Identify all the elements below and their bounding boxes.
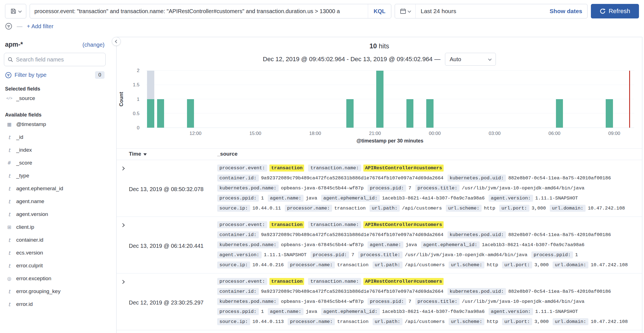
interval-select[interactable]: Auto [445, 53, 496, 66]
string-type-icon: t [5, 134, 13, 140]
field-value-pair: url.scheme:http [446, 205, 495, 212]
add-filter-button[interactable]: + Add filter [27, 23, 53, 30]
field-value-pair: kubernetes.pod.uid:882e8b07-0c54-11ea-8a… [448, 231, 611, 238]
source-type-icon: </> [5, 96, 13, 101]
field-value-pair: url.port:3,000 [502, 261, 549, 268]
sidebar-field-_score[interactable]: #_score [4, 156, 106, 169]
chevron-down-icon [488, 57, 492, 61]
field-value: http [487, 262, 498, 268]
sidebar-field-agent.ephemeral_id[interactable]: tagent.ephemeral_id [4, 182, 106, 195]
sidebar-field-@timestamp[interactable]: ▦@timestamp [4, 118, 106, 131]
field-value-pair: source.ip:10.44.0.11 [217, 205, 281, 212]
histogram-bar[interactable] [556, 99, 563, 128]
sidebar-field-error.culprit[interactable]: terror.culprit [4, 259, 106, 272]
selected-fields-list: </>_source [4, 92, 106, 105]
field-value-pair: processor.name:transaction [288, 261, 368, 268]
field-name-chip: agent.name: [368, 241, 403, 248]
field-name-chip: container.id: [217, 231, 259, 238]
query-input-box[interactable]: processor.event: "transaction" and trans… [30, 4, 391, 18]
refresh-label: Refresh [609, 8, 630, 15]
expand-row-button[interactable] [121, 279, 124, 285]
field-value-pair: source.ip:10.44.0.113 [217, 318, 284, 325]
sidebar-field-container.id[interactable]: tcontainer.id [4, 234, 106, 246]
histogram-bar[interactable] [406, 99, 414, 128]
histogram-chart: Count 00.511.52 12:0015:0018:0021:0000:0… [117, 71, 634, 144]
histogram-bar[interactable] [187, 99, 194, 128]
source-line: container.id:9a92372089c79b489ca472fca52… [217, 173, 637, 183]
query-input[interactable]: processor.event: "transaction" and trans… [30, 8, 368, 15]
sidebar-field-agent.name[interactable]: tagent.name [4, 195, 106, 208]
sidebar-field-_source[interactable]: </>_source [4, 92, 106, 105]
field-name: agent.version [16, 211, 48, 217]
field-name: _type [16, 173, 29, 179]
sidebar-field-client.ip[interactable]: ⊞client.ip [4, 221, 106, 234]
sidebar-field-ecs.version[interactable]: tecs.version [4, 246, 106, 259]
field-name: client.ip [16, 224, 34, 230]
string-type-icon: t [5, 211, 13, 217]
source-line: container.id:9a92372089c79b489ca472fca52… [217, 286, 637, 296]
field-value-pair: agent.name:java [268, 195, 317, 202]
date-type-icon: ▦ [5, 122, 13, 127]
histogram-bar[interactable] [157, 99, 164, 128]
filter-by-type-link[interactable]: Filter by type [15, 72, 46, 78]
collapse-sidebar-button[interactable] [112, 37, 121, 46]
time-range-subtitle: Dec 12, 2019 @ 09:45:02.964 - Dec 13, 20… [263, 56, 440, 63]
field-name: _score [16, 160, 32, 166]
field-value-pair: processor.name:transaction [285, 205, 366, 212]
field-value-pair: container.id:9a92372089c79b489ca472fca52… [217, 175, 444, 182]
sidebar-field-_type[interactable]: t_type [4, 169, 106, 182]
field-value: 1.11.1-SNAPSHOT [535, 196, 578, 201]
sidebar-field-_id[interactable]: t_id [4, 131, 106, 144]
show-dates-button[interactable]: Show dates [550, 8, 587, 15]
highlighted-value: APIRestController#customers [363, 278, 444, 285]
sidebar-field-error.grouping_key[interactable]: terror.grouping_key [4, 285, 106, 298]
discover-panel: 10 hits Dec 12, 2019 @ 09:45:02.964 - De… [116, 37, 642, 333]
field-name-chip: source.ip: [217, 205, 250, 212]
field-search-box [4, 53, 106, 66]
source-line: processor.event:transactiontransaction.n… [217, 163, 637, 173]
histogram-bar[interactable] [147, 99, 154, 128]
field-value: 3,000 [534, 319, 549, 324]
field-value: 7 [351, 252, 354, 258]
sidebar-field-_index[interactable]: t_index [4, 144, 106, 156]
histogram-bar[interactable] [606, 99, 613, 128]
string-type-icon: t [5, 237, 13, 243]
field-value: /api/customers [405, 262, 445, 268]
chevron-down-icon [18, 9, 22, 13]
histogram-bar[interactable] [376, 71, 383, 128]
change-index-pattern-link[interactable]: (change) [82, 42, 105, 48]
sidebar-field-error.exception[interactable]: ◎error.exception [4, 272, 106, 285]
refresh-button[interactable]: Refresh [591, 4, 639, 18]
histogram-bar[interactable] [346, 99, 354, 128]
field-value-pair: process.title:/usr/lib/jvm/java-10-openj… [358, 251, 527, 258]
field-search-input[interactable] [16, 56, 102, 63]
x-axis-label: @timestamp per 30 minutes [146, 137, 634, 144]
field-name-chip: process.ppid: [217, 308, 259, 315]
filter-menu-icon[interactable] [5, 23, 12, 30]
field-value-pair: kubernetes.pod.name:opbeans-java-67845c5… [217, 298, 364, 305]
field-name-chip: container.id: [217, 288, 259, 295]
source-line: source.ip:10.44.0.113processor.name:tran… [217, 317, 637, 327]
field-value-pair: url.path:/api/customers [373, 261, 445, 268]
expand-row-button[interactable] [121, 165, 124, 172]
expand-row-button[interactable] [121, 222, 124, 228]
time-column-header[interactable]: Time [129, 151, 217, 157]
field-value: transaction [334, 206, 366, 211]
save-query-button[interactable] [5, 4, 26, 18]
available-fields-list: ▦@timestampt_idt_index#_scoret_typetagen… [4, 118, 106, 311]
query-bar: processor.event: "transaction" and trans… [0, 0, 644, 21]
sidebar-field-error.id[interactable]: terror.id [4, 298, 106, 311]
interval-value: Auto [450, 56, 461, 63]
time-range-value[interactable]: Last 24 hours [416, 8, 456, 15]
row-timestamp: Dec 13, 2019 @ 08:50:32.078 [129, 163, 217, 213]
string-type-icon: t [5, 198, 13, 204]
quick-select-button[interactable] [395, 4, 416, 18]
sidebar-field-agent.version[interactable]: tagent.version [4, 208, 106, 221]
query-language-button[interactable]: KQL [368, 4, 391, 18]
gridline [146, 85, 634, 85]
field-name-chip: kubernetes.pod.uid: [448, 231, 506, 238]
field-name-chip: agent.version: [489, 195, 533, 202]
histogram-bar[interactable] [426, 99, 434, 128]
field-value: 9a92372089c79b489ca472fca528631b886d1e76… [261, 232, 444, 237]
source-line: kubernetes.pod.name:opbeans-java-67845c5… [217, 183, 637, 193]
